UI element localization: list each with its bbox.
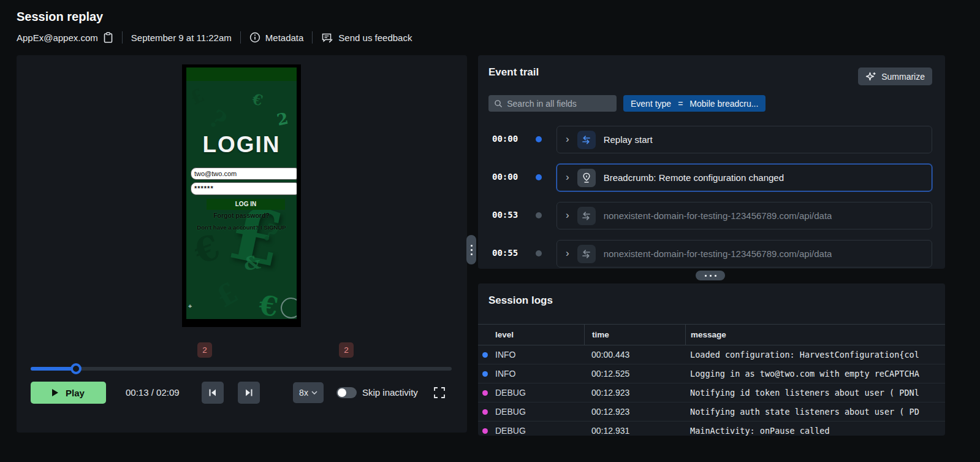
log-message: MainActivity: onPause called: [685, 426, 945, 436]
replay-forgot-password-link: Forgot password?: [186, 212, 297, 219]
metadata-button[interactable]: Metadata: [249, 32, 304, 43]
texture-glyph: €: [251, 90, 265, 109]
log-level: DEBUG: [478, 388, 584, 398]
texture-glyph: €: [189, 226, 225, 272]
session-logs-title: Session logs: [488, 295, 553, 307]
log-row[interactable]: DEBUG 00:12.923 Notifying id token liste…: [478, 383, 945, 402]
session-replay-page: Session replay AppEx@appex.com September…: [0, 0, 980, 462]
log-time: 00:12.923: [584, 388, 685, 398]
fullscreen-button[interactable]: [431, 385, 448, 402]
send-feedback-button[interactable]: Send us feedback: [321, 32, 412, 44]
log-row[interactable]: INFO 00:00.443 Loaded configuration: Har…: [478, 345, 945, 364]
session-logs-table: level time message INFO 00:00.443 Loaded…: [478, 324, 945, 436]
log-level-dot: [482, 371, 488, 377]
filter-field: Event type: [631, 99, 671, 109]
phone-screen: £ € ? 2 ¥ £ € ? & 2 £ € LOGIN two@two.co…: [186, 81, 297, 319]
replay-cursor-icon: ⌖: [188, 302, 192, 310]
play-button[interactable]: Play: [31, 382, 106, 404]
texture-glyph: ?: [203, 103, 232, 135]
scrubber-thumb[interactable]: [70, 363, 82, 374]
sparkle-icon: [865, 71, 876, 82]
skip-back-icon: [208, 388, 218, 397]
event-search-input[interactable]: [507, 99, 611, 109]
log-message: Loaded configuration: HarvestConfigurati…: [685, 350, 945, 360]
log-time: 00:12.525: [584, 369, 685, 379]
event-dot: [536, 212, 542, 218]
log-time: 00:12.931: [584, 426, 685, 436]
log-row[interactable]: INFO 00:12.525 Logging in as two@two.com…: [478, 364, 945, 383]
event-label: Replay start: [604, 134, 653, 145]
play-icon: [52, 389, 58, 396]
replay-login-button: LOG IN: [207, 199, 285, 210]
log-level-dot: [482, 352, 488, 358]
replay-signup-link: Don't have a account? I SIGNUP: [186, 224, 297, 231]
network-request-icon: [577, 245, 596, 263]
skip-inactivity-label: Skip inactivity: [362, 387, 418, 398]
speed-label: 8x: [299, 388, 308, 398]
log-time: 00:00.443: [584, 350, 685, 360]
log-message: Logging in as two@two.com with empty reC…: [685, 369, 945, 379]
panel-resize-handle-vertical[interactable]: [466, 235, 476, 264]
event-trail-panel: Event trail Summarize Event type = Mobil…: [478, 55, 945, 269]
event-row: 00:00 › Replay start: [478, 126, 945, 153]
scrubber-track[interactable]: [31, 367, 452, 371]
next-breadcrumb-button[interactable]: [238, 382, 260, 404]
column-header-message: message: [685, 325, 945, 345]
log-row[interactable]: DEBUG 00:12.931 MainActivity: onPause ca…: [478, 422, 945, 436]
texture-glyph: 2: [275, 109, 290, 129]
panel-resize-handle-horizontal[interactable]: [696, 271, 725, 280]
filter-value: Mobile breadcru...: [689, 99, 758, 109]
log-level: INFO: [478, 369, 584, 379]
chevron-right-icon[interactable]: ›: [566, 248, 569, 260]
header-divider: [312, 31, 313, 44]
breadcrumb-pin-icon: [577, 169, 596, 187]
chevron-right-icon[interactable]: ›: [566, 210, 569, 222]
header-divider: [240, 31, 241, 44]
timeline-scrubber[interactable]: [31, 365, 452, 372]
event-timestamp: 00:55: [492, 248, 518, 258]
log-message: Notifying id token listeners about user …: [685, 388, 945, 398]
chevron-right-icon[interactable]: ›: [566, 134, 569, 146]
timeline-event-badge[interactable]: 2: [197, 342, 212, 358]
event-row: 00:55 › nonexistent-domain-for-testing-1…: [478, 240, 945, 268]
event-type-filter-chip[interactable]: Event type = Mobile breadcru...: [623, 95, 765, 112]
log-row[interactable]: DEBUG 00:12.923 Notifying auth state lis…: [478, 402, 945, 422]
event-card-replay-start[interactable]: › Replay start: [556, 126, 932, 153]
event-search-box[interactable]: [488, 95, 617, 112]
replay-email-field: two@two.com: [191, 167, 297, 180]
page-title: Session replay: [17, 10, 103, 24]
summarize-button[interactable]: Summarize: [858, 67, 932, 85]
network-request-icon: [577, 207, 596, 225]
replay-date: September 9 at 11:22am: [131, 33, 232, 43]
playback-speed-dropdown[interactable]: 8x: [293, 382, 324, 403]
timeline-event-badge[interactable]: 2: [339, 342, 354, 358]
event-dot: [536, 136, 542, 142]
touch-indicator-ring: [281, 298, 297, 318]
skip-inactivity-toggle[interactable]: [336, 387, 357, 398]
event-label: Breadcrumb: Remote configuration changed: [604, 172, 784, 183]
replay-video-viewport[interactable]: £ € ? 2 ¥ £ € ? & 2 £ € LOGIN two@two.co…: [182, 64, 301, 327]
event-row: 00:53 › nonexistent-domain-for-testing-1…: [478, 202, 945, 229]
filter-operator: =: [678, 99, 683, 109]
event-card-network-request[interactable]: › nonexistent-domain-for-testing-1234567…: [556, 240, 932, 268]
feedback-label: Send us feedback: [338, 33, 412, 43]
event-card-breadcrumb[interactable]: › Breadcrumb: Remote configuration chang…: [556, 164, 932, 191]
chevron-down-icon: [311, 391, 317, 395]
log-time: 00:12.923: [584, 407, 685, 417]
event-timestamp: 00:53: [492, 210, 518, 220]
previous-breadcrumb-button[interactable]: [202, 382, 224, 404]
log-level: INFO: [478, 350, 584, 360]
phone-status-bar: [186, 67, 297, 81]
copy-clipboard-icon[interactable]: [103, 32, 113, 44]
replay-user-email: AppEx@appex.com: [17, 33, 98, 43]
skip-forward-icon: [244, 388, 254, 397]
column-header-level: level: [478, 330, 584, 339]
event-label: nonexistent-domain-for-testing-123456789…: [604, 248, 832, 259]
texture-glyph: €: [257, 290, 279, 319]
feedback-icon: [321, 32, 333, 44]
scrubber-progress-fill: [31, 367, 76, 371]
log-level-dot: [482, 390, 488, 396]
chevron-right-icon[interactable]: ›: [566, 172, 569, 184]
search-icon: [494, 99, 503, 109]
event-card-network-request[interactable]: › nonexistent-domain-for-testing-1234567…: [556, 202, 932, 229]
